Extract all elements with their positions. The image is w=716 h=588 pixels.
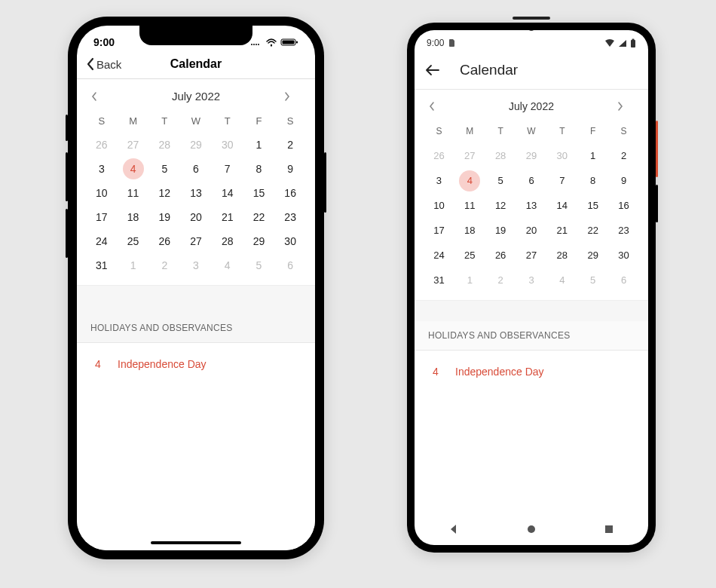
holidays-list-ios: 4Independence Day (77, 343, 315, 385)
calendar-day[interactable]: 5 (243, 253, 275, 277)
calendar-day[interactable]: 2 (274, 133, 306, 157)
calendar-day[interactable]: 6 (274, 253, 306, 277)
calendar-day[interactable]: 26 (86, 133, 118, 157)
calendar-day[interactable]: 23 (274, 205, 306, 229)
calendar-day[interactable]: 10 (424, 193, 454, 218)
calendar-day[interactable]: 29 (243, 229, 275, 253)
calendar-day[interactable]: 30 (274, 229, 306, 253)
calendar-day[interactable]: 26 (148, 229, 180, 253)
calendar-day[interactable]: 2 (608, 143, 639, 168)
next-month-button[interactable] (617, 101, 635, 112)
android-nav-back[interactable] (448, 523, 460, 535)
calendar-day[interactable]: 24 (86, 229, 118, 253)
calendar-day[interactable]: 30 (608, 243, 639, 268)
calendar-day[interactable]: 25 (454, 243, 485, 268)
holiday-row[interactable]: 4Independence Day (77, 343, 315, 385)
calendar-day[interactable]: 9 (608, 168, 639, 193)
calendar-day[interactable]: 18 (454, 218, 485, 243)
calendar-day[interactable]: 5 (485, 168, 516, 193)
calendar-day[interactable]: 4 (212, 253, 243, 277)
calendar-day[interactable]: 3 (516, 268, 547, 292)
calendar-day[interactable]: 6 (180, 157, 212, 181)
calendar-day[interactable]: 6 (608, 268, 639, 292)
calendar-day[interactable]: 27 (180, 229, 212, 253)
holiday-row[interactable]: 4Independence Day (415, 351, 648, 393)
calendar-day[interactable]: 3 (86, 157, 118, 181)
calendar-day[interactable]: 19 (485, 218, 516, 243)
calendar-day[interactable]: 4 (118, 157, 149, 181)
android-nav-home[interactable] (525, 523, 537, 535)
calendar-day[interactable]: 24 (424, 243, 454, 268)
android-nav-recent[interactable] (603, 523, 615, 535)
calendar-day[interactable]: 15 (577, 193, 608, 218)
calendar-day[interactable]: 12 (148, 181, 180, 205)
calendar-day[interactable]: 28 (148, 133, 180, 157)
calendar-day[interactable]: 9 (274, 157, 306, 181)
calendar-day[interactable]: 17 (86, 205, 118, 229)
calendar-day[interactable]: 17 (424, 218, 454, 243)
calendar-day[interactable]: 18 (118, 205, 149, 229)
calendar-day[interactable]: 16 (274, 181, 306, 205)
calendar-day[interactable]: 11 (454, 193, 485, 218)
calendar-day[interactable]: 2 (148, 253, 180, 277)
calendar-day[interactable]: 23 (608, 218, 639, 243)
calendar-day[interactable]: 5 (148, 157, 180, 181)
calendar-day[interactable]: 29 (180, 133, 212, 157)
calendar-day[interactable]: 4 (454, 168, 485, 193)
calendar-day[interactable]: 28 (485, 143, 516, 168)
next-month-button[interactable] (283, 91, 301, 102)
calendar-day[interactable]: 21 (546, 218, 577, 243)
calendar-day[interactable]: 15 (243, 181, 275, 205)
calendar-day[interactable]: 3 (180, 253, 212, 277)
weekday-header: T (148, 109, 180, 133)
calendar-day[interactable]: 6 (516, 168, 547, 193)
calendar-day[interactable]: 29 (516, 143, 547, 168)
calendar-day[interactable]: 29 (577, 243, 608, 268)
calendar-day[interactable]: 26 (485, 243, 516, 268)
calendar-day[interactable]: 1 (243, 133, 275, 157)
calendar-day[interactable]: 1 (577, 143, 608, 168)
calendar-day[interactable]: 1 (118, 253, 149, 277)
calendar-day[interactable]: 7 (546, 168, 577, 193)
ios-home-indicator[interactable] (151, 541, 241, 544)
prev-month-button[interactable] (428, 101, 446, 112)
calendar-day[interactable]: 8 (243, 157, 275, 181)
calendar-day[interactable]: 10 (86, 181, 118, 205)
calendar-day[interactable]: 14 (212, 181, 243, 205)
prev-month-button[interactable] (90, 91, 109, 102)
calendar-day[interactable]: 22 (243, 205, 275, 229)
calendar-day[interactable]: 4 (546, 268, 577, 292)
calendar-day[interactable]: 8 (577, 168, 608, 193)
calendar-day[interactable]: 12 (485, 193, 516, 218)
calendar-day[interactable]: 27 (454, 143, 485, 168)
calendar-day[interactable]: 27 (118, 133, 149, 157)
calendar-day[interactable]: 13 (516, 193, 547, 218)
calendar-day[interactable]: 16 (608, 193, 639, 218)
back-button[interactable]: Back (86, 57, 121, 71)
calendar-day[interactable]: 3 (424, 168, 454, 193)
calendar-day[interactable]: 31 (424, 268, 454, 292)
calendar-day[interactable]: 28 (546, 243, 577, 268)
calendar-day[interactable]: 28 (212, 229, 243, 253)
selected-day[interactable]: 4 (123, 158, 144, 179)
calendar-day[interactable]: 11 (118, 181, 149, 205)
calendar-day[interactable]: 26 (424, 143, 454, 168)
calendar-day[interactable]: 21 (212, 205, 243, 229)
calendar-day[interactable]: 1 (454, 268, 485, 292)
calendar-day[interactable]: 19 (148, 205, 180, 229)
calendar-day[interactable]: 20 (516, 218, 547, 243)
calendar-day[interactable]: 7 (212, 157, 243, 181)
selected-day[interactable]: 4 (459, 170, 480, 191)
back-button[interactable] (425, 64, 440, 76)
calendar-day[interactable]: 31 (86, 253, 118, 277)
calendar-day[interactable]: 30 (212, 133, 243, 157)
calendar-day[interactable]: 25 (118, 229, 149, 253)
calendar-day[interactable]: 22 (577, 218, 608, 243)
calendar-day[interactable]: 14 (546, 193, 577, 218)
calendar-day[interactable]: 13 (180, 181, 212, 205)
calendar-day[interactable]: 2 (485, 268, 516, 292)
calendar-day[interactable]: 20 (180, 205, 212, 229)
calendar-day[interactable]: 30 (546, 143, 577, 168)
calendar-day[interactable]: 5 (577, 268, 608, 292)
calendar-day[interactable]: 27 (516, 243, 547, 268)
